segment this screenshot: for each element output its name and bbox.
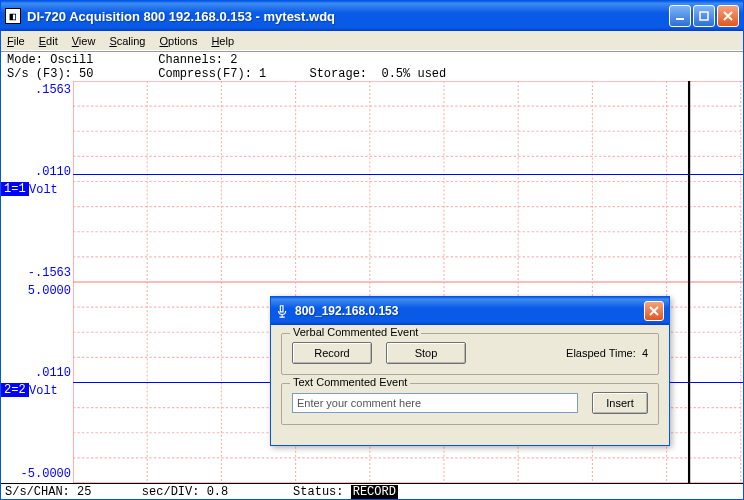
svg-rect-0 <box>676 18 684 20</box>
elapsed-label: Elasped Time: <box>566 347 636 359</box>
close-icon <box>723 11 733 21</box>
menubar: File Edit View Scaling Options Help <box>1 31 743 51</box>
axis-ch2-top: 5.0000 <box>28 284 71 298</box>
close-button[interactable] <box>717 5 739 27</box>
chart-channel-1: .1563 .0110 -.1563 1=1 Volt <box>1 81 743 282</box>
elapsed-time: Elasped Time: 4 <box>566 347 648 359</box>
channel-unit-2: Volt <box>29 384 58 398</box>
verbal-legend: Verbal Commented Event <box>290 326 421 338</box>
menu-scaling[interactable]: Scaling <box>109 35 145 47</box>
titlebar[interactable]: ◧ DI-720 Acquisition 800 192.168.0.153 -… <box>1 1 743 31</box>
status-sec-div: sec/DIV: 0.8 <box>142 485 228 499</box>
axis-ch1-bot: -.1563 <box>28 266 71 280</box>
svg-rect-1 <box>700 12 708 20</box>
axis-ch2-bot: -5.0000 <box>21 467 71 481</box>
status-line-2: S/s (F3): 50 Compress(F7): 1 Storage: 0.… <box>7 67 737 81</box>
axis-ch1-mid: .0110 <box>35 165 71 179</box>
status-line-1: Mode: Oscill Channels: 2 <box>7 53 737 67</box>
channel-badge-2: 2=2 <box>1 383 29 397</box>
record-button[interactable]: Record <box>292 342 372 364</box>
verbal-groupbox: Verbal Commented Event Record Stop Elasp… <box>281 333 659 375</box>
maximize-button[interactable] <box>693 5 715 27</box>
status-label: Status: <box>293 485 343 499</box>
status-ss-chan: S/s/CHAN: 25 <box>5 485 91 499</box>
window-title: DI-720 Acquisition 800 192.168.0.153 - m… <box>27 9 669 24</box>
insert-button[interactable]: Insert <box>592 392 648 414</box>
text-groupbox: Text Commented Event Insert <box>281 383 659 425</box>
axis-ch2-mid: .0110 <box>35 366 71 380</box>
dialog-titlebar[interactable]: 800_192.168.0.153 <box>271 297 669 325</box>
axis-ch1-top: .1563 <box>35 83 71 97</box>
elapsed-value: 4 <box>642 347 648 359</box>
menu-file[interactable]: File <box>7 35 25 47</box>
menu-help[interactable]: Help <box>211 35 234 47</box>
dialog-body: Verbal Commented Event Record Stop Elasp… <box>271 325 669 445</box>
status-value: RECORD <box>351 485 398 499</box>
maximize-icon <box>699 11 709 21</box>
dialog-close-button[interactable] <box>644 301 664 321</box>
chart-grid-1 <box>73 81 743 282</box>
menu-view[interactable]: View <box>72 35 96 47</box>
comment-dialog[interactable]: 800_192.168.0.153 Verbal Commented Event… <box>270 296 670 446</box>
stop-button[interactable]: Stop <box>386 342 466 364</box>
menu-edit[interactable]: Edit <box>39 35 58 47</box>
status-top: Mode: Oscill Channels: 2 S/s (F3): 50 Co… <box>1 51 743 81</box>
minimize-button[interactable] <box>669 5 691 27</box>
comment-input[interactable] <box>292 393 578 413</box>
text-legend: Text Commented Event <box>290 376 410 388</box>
dialog-title: 800_192.168.0.153 <box>295 304 644 318</box>
minimize-icon <box>675 11 685 21</box>
microphone-icon <box>276 304 290 318</box>
app-icon: ◧ <box>5 8 21 24</box>
status-bottom: S/s/CHAN: 25 sec/DIV: 0.8 Status: RECORD <box>1 483 743 499</box>
menu-options[interactable]: Options <box>159 35 197 47</box>
channel-badge-1: 1=1 <box>1 182 29 196</box>
channel-unit-1: Volt <box>29 183 58 197</box>
close-icon <box>649 306 659 316</box>
